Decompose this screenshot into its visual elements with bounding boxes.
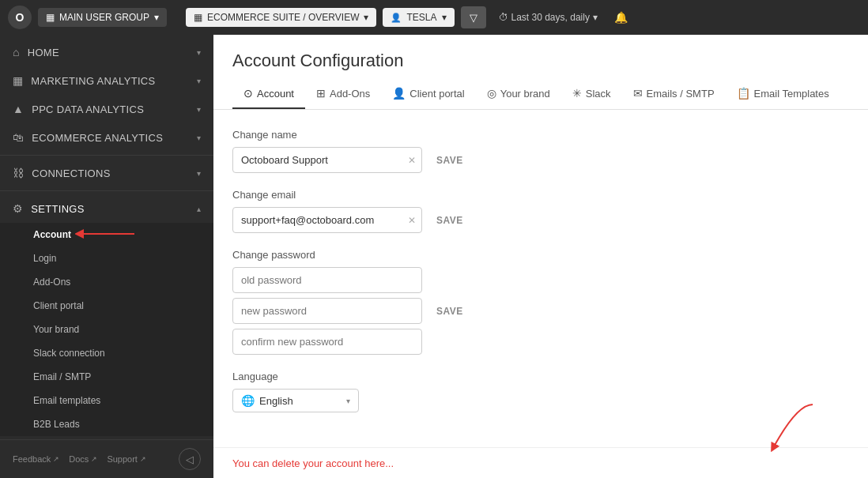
clock-icon: ⏱ <box>499 12 508 23</box>
marketing-chevron-icon: ▾ <box>197 77 201 85</box>
sidebar-item-ecommerce[interactable]: 🛍 ECOMMERCE ANALYTICS ▾ <box>0 123 213 152</box>
change-name-row: ✕ SAVE <box>232 147 748 173</box>
group-selector[interactable]: ▦ MAIN USER GROUP ▾ <box>38 8 167 27</box>
settings-submenu: Account Login <box>0 223 213 436</box>
org-icon: 👤 <box>391 13 402 23</box>
tab-email-templates[interactable]: 📋 Email Templates <box>726 79 840 109</box>
delete-account-link[interactable]: You can delete your account here... <box>232 457 394 469</box>
tabs-bar: ⊙ Account ⊞ Add-Ons 👤 Client portal ◎ Yo… <box>213 79 868 110</box>
filter-icon: ▽ <box>470 12 477 24</box>
old-password-input[interactable] <box>232 267 422 293</box>
sidebar-item-login[interactable]: Login <box>0 247 213 270</box>
support-label: Support <box>107 454 138 464</box>
email-save-button[interactable]: SAVE <box>432 212 468 229</box>
back-button[interactable]: ◁ <box>179 448 201 470</box>
name-input[interactable] <box>232 147 422 173</box>
sidebar-item-client-portal[interactable]: Client portal <box>0 294 213 318</box>
sidebar-item-slack-label: Slack connection <box>33 348 105 359</box>
tab-addons-label: Add-Ons <box>330 88 370 100</box>
tab-account[interactable]: ⊙ Account <box>232 79 305 109</box>
password-save-button[interactable]: SAVE <box>432 303 468 320</box>
email-input[interactable] <box>232 207 422 233</box>
sidebar-item-email-smtp[interactable]: Email / SMTP <box>0 365 213 389</box>
change-email-label: Change email <box>232 189 748 201</box>
sidebar-item-settings[interactable]: ⚙ SETTINGS ▴ <box>0 194 213 223</box>
page-title: Account Configuration <box>232 51 849 71</box>
globe-icon: 🌐 <box>241 394 255 407</box>
sidebar-item-account-label: Account <box>33 229 71 240</box>
chevron-down-icon: ▾ <box>154 12 159 23</box>
time-range-btn[interactable]: ⏱ Last 30 days, daily ▾ <box>492 8 604 27</box>
bell-icon: 🔔 <box>614 11 628 24</box>
email-input-wrap: ✕ <box>232 207 422 233</box>
email-clear-icon[interactable]: ✕ <box>408 215 416 226</box>
sidebar-item-addons[interactable]: Add-Ons <box>0 270 213 294</box>
content-area: Account Configuration ⊙ Account ⊞ Add-On… <box>213 35 868 478</box>
sidebar-item-your-brand-label: Your brand <box>33 324 79 335</box>
suite-nav-btn[interactable]: ▦ ECOMMERCE SUITE / OVERVIEW ▾ <box>186 8 376 27</box>
ecommerce-chevron-icon: ▾ <box>197 134 201 142</box>
org-nav-btn[interactable]: 👤 TESLA ▾ <box>383 8 454 27</box>
tab-account-label: Account <box>257 88 294 100</box>
change-email-section: Change email ✕ SAVE <box>232 189 748 233</box>
tab-templates-label: Email Templates <box>754 88 829 100</box>
connections-icon: ⛓ <box>13 167 24 179</box>
tab-client-portal[interactable]: 👤 Client portal <box>381 79 475 109</box>
confirm-password-input[interactable] <box>232 329 422 355</box>
tab-addons[interactable]: ⊞ Add-Ons <box>305 79 381 109</box>
sidebar-item-connections[interactable]: ⛓ CONNECTIONS ▾ <box>0 159 213 187</box>
sidebar-item-home[interactable]: ⌂ HOME ▾ <box>0 38 213 66</box>
support-link[interactable]: Support ↗ <box>107 454 146 464</box>
account-form: Change name ✕ SAVE Change email ✕ <box>213 110 767 447</box>
name-save-button[interactable]: SAVE <box>432 152 468 169</box>
sidebar-divider-2 <box>0 190 213 191</box>
feedback-link[interactable]: Feedback ↗ <box>13 454 59 464</box>
sidebar-item-b2b[interactable]: B2B Leads <box>0 412 213 436</box>
language-select[interactable]: 🌐 English ▾ <box>232 389 359 412</box>
time-chevron-icon: ▾ <box>593 12 598 23</box>
sidebar-item-email-templates-label: Email templates <box>33 395 100 406</box>
change-password-label: Change password <box>232 249 748 261</box>
notifications-bell[interactable]: 🔔 <box>610 6 632 28</box>
suite-icon: ▦ <box>194 12 202 23</box>
sidebar-nav: ⌂ HOME ▾ ▦ MARKETING ANALYTICS ▾ ▲ PPC D… <box>0 35 213 439</box>
sidebar-item-email-templates[interactable]: Email templates <box>0 389 213 412</box>
feedback-label: Feedback <box>13 454 51 464</box>
tab-your-brand[interactable]: ◎ Your brand <box>476 79 561 109</box>
sidebar-divider-1 <box>0 155 213 156</box>
tab-your-brand-label: Your brand <box>500 88 550 100</box>
tab-emails-icon: ✉ <box>633 87 643 100</box>
tab-emails-smtp[interactable]: ✉ Emails / SMTP <box>622 79 726 109</box>
docs-external-icon: ↗ <box>91 455 97 463</box>
sidebar-item-b2b-label: B2B Leads <box>33 419 80 430</box>
docs-label: Docs <box>69 454 89 464</box>
ecommerce-icon: 🛍 <box>13 131 24 144</box>
name-input-wrap: ✕ <box>232 147 422 173</box>
group-icon: ▦ <box>46 12 55 23</box>
password-fields-group <box>232 267 422 355</box>
tab-slack-label: Slack <box>586 88 611 100</box>
sidebar-item-slack[interactable]: Slack connection <box>0 341 213 365</box>
sidebar-item-marketing[interactable]: ▦ MARKETING ANALYTICS ▾ <box>0 66 213 95</box>
suite-label: ECOMMERCE SUITE / OVERVIEW <box>207 12 359 23</box>
docs-link[interactable]: Docs ↗ <box>69 454 97 464</box>
sidebar-item-ppc[interactable]: ▲ PPC DATA ANALYTICS ▾ <box>0 95 213 123</box>
ppc-chevron-icon: ▾ <box>197 105 201 114</box>
change-password-row: SAVE <box>232 267 748 355</box>
sidebar-item-your-brand[interactable]: Your brand <box>0 318 213 341</box>
marketing-icon: ▦ <box>13 74 23 87</box>
tab-addons-icon: ⊞ <box>316 87 326 100</box>
sidebar-item-login-label: Login <box>33 253 56 264</box>
new-password-input[interactable] <box>232 298 422 324</box>
tab-your-brand-icon: ◎ <box>487 87 496 100</box>
sidebar-item-account[interactable]: Account <box>0 223 213 247</box>
org-label: TESLA <box>406 12 436 23</box>
sidebar-item-email-smtp-label: Email / SMTP <box>33 371 91 382</box>
tab-slack-icon: ✳ <box>572 87 582 100</box>
main-layout: ⌂ HOME ▾ ▦ MARKETING ANALYTICS ▾ ▲ PPC D… <box>0 35 868 478</box>
name-clear-icon[interactable]: ✕ <box>408 155 416 166</box>
sidebar-item-ppc-label: PPC DATA ANALYTICS <box>32 104 144 115</box>
suite-chevron-icon: ▾ <box>364 12 368 23</box>
tab-slack[interactable]: ✳ Slack <box>561 79 622 109</box>
filter-button[interactable]: ▽ <box>461 6 486 28</box>
